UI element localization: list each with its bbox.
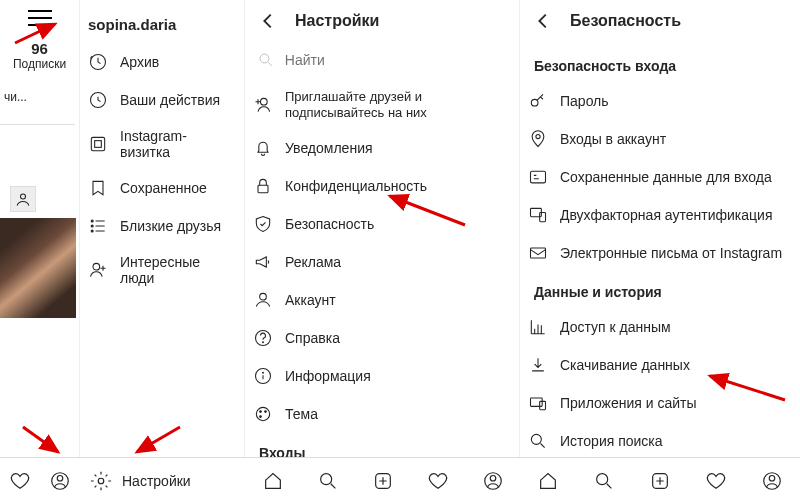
svg-point-6 <box>91 225 93 227</box>
svg-point-21 <box>531 99 538 106</box>
heart-icon[interactable] <box>9 470 31 492</box>
svg-rect-11 <box>258 185 268 193</box>
settings-theme[interactable]: Тема <box>245 395 519 433</box>
photo-thumbnail[interactable] <box>0 218 76 318</box>
add-icon[interactable] <box>372 470 394 492</box>
clock-icon <box>88 52 108 72</box>
home-icon[interactable] <box>262 470 284 492</box>
security-saved-login[interactable]: Сохраненные данные для входа <box>520 158 800 196</box>
menu-close-friends[interactable]: Близкие друзья <box>80 207 244 245</box>
shield-icon <box>253 214 273 234</box>
svg-point-10 <box>261 98 268 105</box>
search-icon <box>257 50 275 70</box>
stat-label: Подписки <box>0 57 79 71</box>
help-icon <box>253 328 273 348</box>
heart-icon[interactable] <box>705 470 727 492</box>
menu-nametag[interactable]: Instagram-визитка <box>80 119 244 169</box>
search-field[interactable] <box>245 46 519 80</box>
add-icon[interactable] <box>649 470 671 492</box>
menu-activity[interactable]: Ваши действия <box>80 81 244 119</box>
settings-account[interactable]: Аккаунт <box>245 281 519 319</box>
security-login-activity[interactable]: Входы в аккаунт <box>520 120 800 158</box>
menu-saved[interactable]: Сохраненное <box>80 169 244 207</box>
back-icon[interactable] <box>257 10 279 32</box>
security-emails[interactable]: Электронные письма от Instagram <box>520 234 800 272</box>
profile-icon[interactable] <box>761 470 783 492</box>
svg-point-29 <box>531 434 541 444</box>
menu-discover[interactable]: Интересные люди <box>80 245 244 295</box>
svg-point-18 <box>260 411 262 413</box>
back-icon[interactable] <box>532 10 554 32</box>
hamburger-menu[interactable] <box>28 10 52 26</box>
bottom-nav-1 <box>0 457 80 503</box>
search-input[interactable] <box>285 52 507 68</box>
svg-point-16 <box>263 372 264 373</box>
security-password[interactable]: Пароль <box>520 82 800 120</box>
home-icon[interactable] <box>537 470 559 492</box>
devices-icon <box>528 205 548 225</box>
svg-point-14 <box>263 342 264 343</box>
bottom-nav-3 <box>245 457 520 503</box>
svg-rect-26 <box>531 248 546 258</box>
stat-count: 96 <box>0 40 79 57</box>
apps-icon <box>528 393 548 413</box>
heart-icon[interactable] <box>427 470 449 492</box>
bottom-nav-4 <box>520 457 800 503</box>
key-icon <box>528 91 548 111</box>
theme-icon <box>253 404 273 424</box>
svg-rect-4 <box>95 141 102 148</box>
settings-about[interactable]: Информация <box>245 357 519 395</box>
security-download-data[interactable]: Скачивание данных <box>520 346 800 384</box>
user-icon <box>253 290 273 310</box>
security-apps-sites[interactable]: Приложения и сайты <box>520 384 800 422</box>
svg-point-33 <box>320 473 331 484</box>
settings-follow-invite[interactable]: Приглашайте друзей и подписывайтесь на н… <box>245 80 519 129</box>
svg-rect-23 <box>531 171 546 183</box>
add-user-icon <box>88 260 108 280</box>
menu-archive[interactable]: Архив <box>80 43 244 81</box>
svg-point-32 <box>98 478 104 484</box>
username-label: sopina.daria <box>80 8 244 43</box>
stat-following[interactable]: 96 Подписки <box>0 40 79 71</box>
security-search-history[interactable]: История поиска <box>520 422 800 460</box>
bell-icon <box>253 138 273 158</box>
security-access-data[interactable]: Доступ к данным <box>520 308 800 346</box>
search-icon[interactable] <box>317 470 339 492</box>
svg-point-22 <box>536 134 540 138</box>
download-icon <box>528 355 548 375</box>
location-icon <box>528 129 548 149</box>
mail-icon <box>528 243 548 263</box>
settings-title: Настройки <box>295 12 379 30</box>
settings-help[interactable]: Справка <box>245 319 519 357</box>
settings-privacy[interactable]: Конфиденциальность <box>245 167 519 205</box>
list-icon <box>88 216 108 236</box>
nametag-icon <box>88 134 108 154</box>
svg-rect-3 <box>91 137 104 150</box>
settings-security[interactable]: Безопасность <box>245 205 519 243</box>
profile-icon[interactable] <box>482 470 504 492</box>
svg-point-40 <box>769 475 775 481</box>
activity-icon <box>88 90 108 110</box>
data-history-header: Данные и история <box>520 272 800 308</box>
settings-bottom[interactable]: Настройки <box>80 457 245 503</box>
svg-point-36 <box>490 475 496 481</box>
svg-point-9 <box>260 54 269 63</box>
svg-point-19 <box>265 411 267 413</box>
info-icon <box>253 366 273 386</box>
svg-rect-27 <box>531 398 543 406</box>
profile-icon[interactable] <box>49 470 71 492</box>
cut-text: чи... <box>0 90 27 104</box>
login-security-header: Безопасность входа <box>520 46 800 82</box>
svg-point-8 <box>93 263 100 270</box>
svg-point-20 <box>260 416 262 418</box>
svg-point-5 <box>91 220 93 222</box>
search-icon[interactable] <box>593 470 615 492</box>
card-icon <box>528 167 548 187</box>
settings-ads[interactable]: Реклама <box>245 243 519 281</box>
svg-point-31 <box>57 475 63 481</box>
add-user-icon <box>253 95 273 115</box>
settings-notifications[interactable]: Уведомления <box>245 129 519 167</box>
lock-icon <box>253 176 273 196</box>
security-two-factor[interactable]: Двухфакторная аутентификация <box>520 196 800 234</box>
svg-point-17 <box>256 408 269 421</box>
